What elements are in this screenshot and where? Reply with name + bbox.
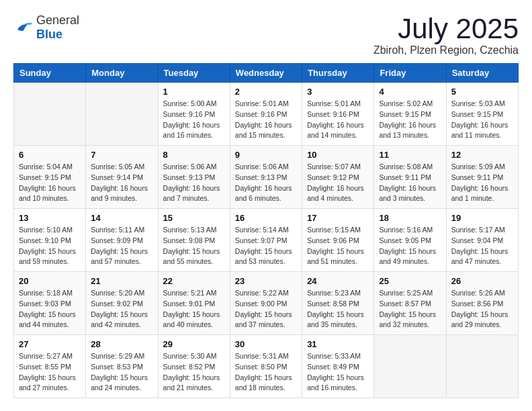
day-info: Sunrise: 5:14 AMSunset: 9:07 PMDaylight:…	[235, 225, 297, 267]
day-number: 12	[451, 150, 513, 160]
month-title: July 2025	[373, 13, 519, 44]
calendar-cell: 29Sunrise: 5:30 AMSunset: 8:52 PMDayligh…	[158, 335, 230, 398]
calendar-cell: 30Sunrise: 5:31 AMSunset: 8:50 PMDayligh…	[230, 335, 302, 398]
day-info: Sunrise: 5:01 AMSunset: 9:16 PMDaylight:…	[307, 99, 369, 141]
day-number: 7	[91, 150, 152, 160]
calendar-cell: 23Sunrise: 5:22 AMSunset: 9:00 PMDayligh…	[230, 272, 302, 335]
calendar-cell: 8Sunrise: 5:06 AMSunset: 9:13 PMDaylight…	[158, 146, 230, 209]
weekday-header-tuesday: Tuesday	[158, 64, 230, 83]
day-number: 2	[235, 87, 297, 97]
day-info: Sunrise: 5:26 AMSunset: 8:56 PMDaylight:…	[451, 288, 513, 330]
calendar-cell: 1Sunrise: 5:00 AMSunset: 9:16 PMDaylight…	[158, 83, 230, 146]
calendar-cell: 12Sunrise: 5:09 AMSunset: 9:11 PMDayligh…	[446, 146, 518, 209]
day-info: Sunrise: 5:23 AMSunset: 8:58 PMDaylight:…	[307, 288, 369, 330]
weekday-header-saturday: Saturday	[446, 64, 518, 83]
day-number: 18	[379, 213, 441, 223]
calendar-cell: 17Sunrise: 5:15 AMSunset: 9:06 PMDayligh…	[302, 209, 374, 272]
weekday-header-wednesday: Wednesday	[230, 64, 302, 83]
calendar-cell	[446, 335, 518, 398]
day-info: Sunrise: 5:05 AMSunset: 9:14 PMDaylight:…	[91, 162, 152, 204]
calendar-cell: 28Sunrise: 5:29 AMSunset: 8:53 PMDayligh…	[86, 335, 158, 398]
calendar-week-row: 13Sunrise: 5:10 AMSunset: 9:10 PMDayligh…	[14, 209, 519, 272]
calendar-table: SundayMondayTuesdayWednesdayThursdayFrid…	[13, 63, 519, 398]
calendar-cell: 11Sunrise: 5:08 AMSunset: 9:11 PMDayligh…	[374, 146, 446, 209]
calendar-week-row: 1Sunrise: 5:00 AMSunset: 9:16 PMDaylight…	[14, 83, 519, 146]
calendar-week-row: 27Sunrise: 5:27 AMSunset: 8:55 PMDayligh…	[14, 335, 519, 398]
logo: General Blue	[13, 13, 79, 42]
location: Zbiroh, Plzen Region, Czechia	[373, 44, 519, 56]
day-info: Sunrise: 5:02 AMSunset: 9:15 PMDaylight:…	[379, 99, 441, 141]
day-info: Sunrise: 5:13 AMSunset: 9:08 PMDaylight:…	[163, 225, 225, 267]
day-info: Sunrise: 5:16 AMSunset: 9:05 PMDaylight:…	[379, 225, 441, 267]
day-number: 8	[163, 150, 225, 160]
calendar-cell: 9Sunrise: 5:06 AMSunset: 9:13 PMDaylight…	[230, 146, 302, 209]
day-info: Sunrise: 5:06 AMSunset: 9:13 PMDaylight:…	[163, 162, 225, 204]
page-header: General Blue July 2025 Zbiroh, Plzen Reg…	[13, 13, 519, 56]
calendar-cell: 22Sunrise: 5:21 AMSunset: 9:01 PMDayligh…	[158, 272, 230, 335]
day-info: Sunrise: 5:29 AMSunset: 8:53 PMDaylight:…	[91, 351, 152, 394]
day-info: Sunrise: 5:09 AMSunset: 9:11 PMDaylight:…	[451, 162, 513, 204]
calendar-cell	[374, 335, 446, 398]
calendar-cell: 24Sunrise: 5:23 AMSunset: 8:58 PMDayligh…	[302, 272, 374, 335]
day-info: Sunrise: 5:33 AMSunset: 8:49 PMDaylight:…	[307, 351, 369, 394]
calendar-week-row: 20Sunrise: 5:18 AMSunset: 9:03 PMDayligh…	[14, 272, 519, 335]
calendar-title-section: July 2025 Zbiroh, Plzen Region, Czechia	[373, 13, 519, 56]
day-info: Sunrise: 5:10 AMSunset: 9:10 PMDaylight:…	[19, 225, 81, 267]
day-number: 21	[91, 276, 152, 286]
calendar-cell: 26Sunrise: 5:26 AMSunset: 8:56 PMDayligh…	[446, 272, 518, 335]
day-info: Sunrise: 5:11 AMSunset: 9:09 PMDaylight:…	[91, 225, 152, 267]
day-number: 20	[19, 276, 81, 286]
day-info: Sunrise: 5:01 AMSunset: 9:16 PMDaylight:…	[235, 99, 297, 141]
day-info: Sunrise: 5:22 AMSunset: 9:00 PMDaylight:…	[235, 288, 297, 330]
day-number: 29	[163, 339, 225, 349]
day-info: Sunrise: 5:04 AMSunset: 9:15 PMDaylight:…	[19, 162, 81, 204]
weekday-header-row: SundayMondayTuesdayWednesdayThursdayFrid…	[14, 64, 519, 83]
day-info: Sunrise: 5:21 AMSunset: 9:01 PMDaylight:…	[163, 288, 225, 330]
day-info: Sunrise: 5:07 AMSunset: 9:12 PMDaylight:…	[307, 162, 369, 204]
day-number: 22	[163, 276, 225, 286]
day-number: 6	[19, 150, 81, 160]
day-info: Sunrise: 5:08 AMSunset: 9:11 PMDaylight:…	[379, 162, 441, 204]
calendar-cell: 6Sunrise: 5:04 AMSunset: 9:15 PMDaylight…	[14, 146, 86, 209]
logo-text: General Blue	[36, 13, 79, 42]
day-info: Sunrise: 5:15 AMSunset: 9:06 PMDaylight:…	[307, 225, 369, 267]
day-number: 15	[163, 213, 225, 223]
day-number: 14	[91, 213, 152, 223]
weekday-header-friday: Friday	[374, 64, 446, 83]
day-number: 5	[451, 87, 513, 97]
calendar-cell: 25Sunrise: 5:25 AMSunset: 8:57 PMDayligh…	[374, 272, 446, 335]
calendar-cell: 16Sunrise: 5:14 AMSunset: 9:07 PMDayligh…	[230, 209, 302, 272]
day-info: Sunrise: 5:25 AMSunset: 8:57 PMDaylight:…	[379, 288, 441, 330]
weekday-header-monday: Monday	[86, 64, 158, 83]
day-number: 16	[235, 213, 297, 223]
logo-icon	[13, 19, 34, 36]
day-info: Sunrise: 5:03 AMSunset: 9:15 PMDaylight:…	[451, 99, 513, 141]
day-number: 11	[379, 150, 441, 160]
day-number: 19	[451, 213, 513, 223]
calendar-cell: 14Sunrise: 5:11 AMSunset: 9:09 PMDayligh…	[86, 209, 158, 272]
calendar-cell: 2Sunrise: 5:01 AMSunset: 9:16 PMDaylight…	[230, 83, 302, 146]
calendar-cell: 21Sunrise: 5:20 AMSunset: 9:02 PMDayligh…	[86, 272, 158, 335]
day-number: 27	[19, 339, 81, 349]
calendar-cell: 19Sunrise: 5:17 AMSunset: 9:04 PMDayligh…	[446, 209, 518, 272]
day-number: 4	[379, 87, 441, 97]
day-number: 23	[235, 276, 297, 286]
calendar-cell: 4Sunrise: 5:02 AMSunset: 9:15 PMDaylight…	[374, 83, 446, 146]
day-number: 28	[91, 339, 152, 349]
day-number: 17	[307, 213, 369, 223]
day-info: Sunrise: 5:18 AMSunset: 9:03 PMDaylight:…	[19, 288, 81, 330]
weekday-header-thursday: Thursday	[302, 64, 374, 83]
day-number: 10	[307, 150, 369, 160]
day-number: 9	[235, 150, 297, 160]
day-info: Sunrise: 5:06 AMSunset: 9:13 PMDaylight:…	[235, 162, 297, 204]
calendar-cell: 18Sunrise: 5:16 AMSunset: 9:05 PMDayligh…	[374, 209, 446, 272]
calendar-cell	[14, 83, 86, 146]
calendar-cell: 27Sunrise: 5:27 AMSunset: 8:55 PMDayligh…	[14, 335, 86, 398]
calendar-cell: 31Sunrise: 5:33 AMSunset: 8:49 PMDayligh…	[302, 335, 374, 398]
calendar-cell: 20Sunrise: 5:18 AMSunset: 9:03 PMDayligh…	[14, 272, 86, 335]
calendar-cell: 15Sunrise: 5:13 AMSunset: 9:08 PMDayligh…	[158, 209, 230, 272]
day-info: Sunrise: 5:30 AMSunset: 8:52 PMDaylight:…	[163, 351, 225, 394]
day-info: Sunrise: 5:31 AMSunset: 8:50 PMDaylight:…	[235, 351, 297, 394]
day-number: 1	[163, 87, 225, 97]
day-number: 3	[307, 87, 369, 97]
